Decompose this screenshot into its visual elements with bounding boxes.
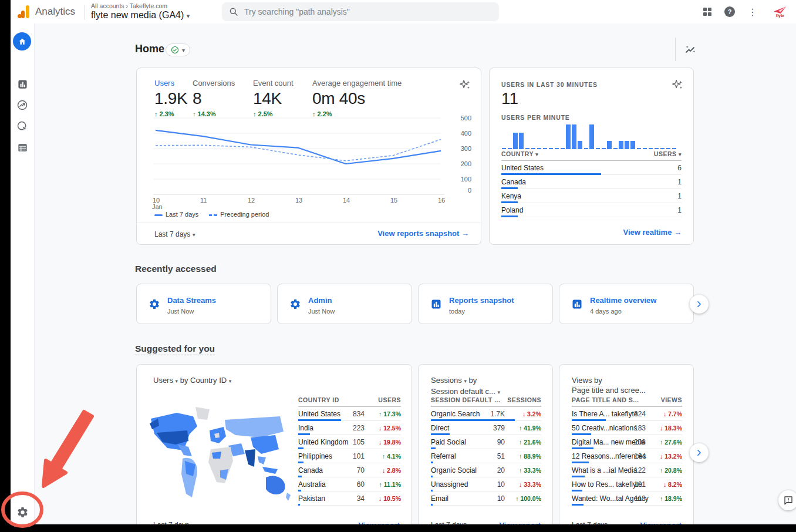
view-realtime-link[interactable]: View realtime →: [623, 228, 682, 237]
nav-explore[interactable]: [15, 98, 29, 112]
table-row[interactable]: Paid Social90↑ 21.6%: [431, 435, 541, 449]
table-row[interactable]: United States6: [501, 161, 682, 175]
table-row[interactable]: Poland1: [501, 203, 682, 217]
minute-bar-slot: [554, 148, 559, 149]
table-row[interactable]: 50 Creativ...nications183↓ 18.3%: [572, 421, 682, 435]
users-column-header[interactable]: USERS ▾: [654, 150, 682, 157]
table-header: PAGE TITLE AND S...VIEWS: [572, 396, 682, 407]
report-status-badge[interactable]: ▾: [166, 43, 190, 56]
date-range-selector[interactable]: Last 7 days ▾: [154, 230, 195, 238]
table-row[interactable]: Organic Search1.7K↓ 3.2%: [431, 407, 541, 421]
table-row[interactable]: How to Res... takeflyte101↓ 8.2%: [572, 477, 682, 491]
analytics-wordmark[interactable]: Analytics: [35, 6, 75, 18]
nav-home-active[interactable]: [13, 32, 31, 50]
change-percent: ↑ 33.3%: [519, 467, 541, 474]
recent-card-label: Reports snapshot: [449, 296, 514, 305]
metric-value: 101: [622, 480, 646, 489]
x-tick-label: 12: [248, 197, 255, 204]
country-name: Canada: [501, 178, 526, 186]
change-percent: ↑ 27.6%: [660, 439, 682, 446]
table-row[interactable]: Organic Social20↑ 33.3%: [431, 463, 541, 477]
card-title[interactable]: Users ▾ by Country ID ▾: [153, 375, 231, 386]
table-row[interactable]: Unassigned10↓ 33.3%: [431, 477, 541, 491]
breadcrumb[interactable]: All accounts › Takeflyte.com: [91, 2, 167, 9]
account-avatar[interactable]: flyte: [770, 6, 790, 18]
help-icon[interactable]: ?: [724, 6, 735, 17]
nav-reports[interactable]: [15, 77, 29, 91]
minute-bar: [513, 133, 518, 149]
card-title[interactable]: Sessions ▾ by Session default c... ▾: [431, 375, 500, 398]
table-row[interactable]: Canada70↓ 2.8%: [298, 463, 401, 477]
x-tick-label: 15: [390, 197, 397, 204]
table-row[interactable]: Philippines101↑ 4.1%: [298, 449, 401, 463]
table-row[interactable]: 12 Reasons...nferences164↓ 13.2%: [572, 449, 682, 463]
table-row[interactable]: Direct379↑ 41.9%: [431, 421, 541, 435]
solid-line-swatch: [154, 214, 163, 216]
minute-empty-dash: [643, 148, 647, 149]
search-input[interactable]: Try searching "path analysis": [222, 2, 499, 21]
more-options-icon[interactable]: ⋮: [748, 6, 757, 18]
y-tick-label: 300: [461, 145, 471, 152]
minute-empty-dash: [602, 148, 606, 149]
minute-bar: [578, 141, 582, 149]
table-row[interactable]: United Kingdom105↓ 19.8%: [298, 435, 401, 449]
table-row[interactable]: Australia60↑ 11.1%: [298, 477, 401, 491]
recent-card-data-streams[interactable]: Data StreamsJust Now: [136, 284, 271, 324]
chevron-down-icon: ▾: [176, 378, 178, 384]
table-row[interactable]: Referral51↑ 88.9%: [431, 449, 541, 463]
sparkle-insights-icon[interactable]: [671, 79, 684, 94]
table-row[interactable]: Digital Ma... new media208↑ 27.6%: [572, 435, 682, 449]
scroll-right-button[interactable]: [690, 295, 709, 314]
recent-card-reports-snapshot[interactable]: Reports snapshottoday: [418, 284, 553, 324]
recent-card-admin[interactable]: AdminJust Now: [277, 284, 412, 324]
table-row[interactable]: Kenya1: [501, 189, 682, 203]
metric-average-engagement-time[interactable]: Average engagement time0m 40s↑ 2.2%: [312, 79, 453, 117]
sparkle-insights-icon[interactable]: [458, 79, 471, 94]
table-row[interactable]: Email10↑ 100.0%: [431, 491, 541, 506]
analytics-logo-icon[interactable]: [18, 5, 31, 18]
chevron-down-icon: ▾: [535, 151, 538, 157]
metric-value: 379: [481, 424, 505, 432]
country-column-header[interactable]: COUNTRY ▾: [501, 150, 538, 157]
change-percent: ↓ 19.8%: [379, 439, 401, 446]
nav-advertising[interactable]: [15, 119, 29, 133]
feedback-button[interactable]: [778, 490, 796, 510]
insights-icon[interactable]: [683, 43, 697, 57]
view-reports-snapshot-link[interactable]: View reports snapshot →: [377, 229, 469, 238]
change-percent: ↑ 20.8%: [660, 467, 682, 474]
apps-grid-icon[interactable]: [703, 8, 711, 16]
table-row[interactable]: Is There A... takeflyte324↓ 7.7%: [572, 407, 682, 421]
minute-empty-dash: [508, 148, 512, 149]
search-placeholder: Try searching "path analysis": [244, 7, 350, 16]
metric-users[interactable]: Users1.9K↑ 2.3%: [154, 79, 193, 117]
recent-card-realtime-overview[interactable]: Realtime overview4 days ago: [559, 284, 694, 324]
table-row[interactable]: United States834↑ 17.3%: [298, 407, 401, 421]
table-row[interactable]: Wanted: Wo...tal Agency113↑ 18.9%: [572, 491, 682, 506]
recent-card-timestamp: Just Now: [167, 308, 194, 315]
table-row[interactable]: Canada1: [501, 175, 682, 189]
table-row[interactable]: India223↓ 12.5%: [298, 421, 401, 435]
breadcrumb-site[interactable]: Takeflyte.com: [130, 2, 167, 9]
country-name: Kenya: [501, 192, 521, 200]
top-app-bar: Analytics All accounts › Takeflyte.com f…: [11, 0, 796, 23]
change-percent: ↑ 18.9%: [660, 495, 682, 502]
dimension-name: Organic Social: [431, 466, 477, 474]
nav-admin-gear[interactable]: [15, 505, 29, 519]
table-row[interactable]: Pakistan34↓ 10.5%: [298, 491, 401, 506]
minute-bar-slot: [513, 133, 518, 149]
table-row[interactable]: What is a ...ial Media122↑ 20.8%: [572, 463, 682, 477]
breadcrumb-account[interactable]: All accounts: [91, 2, 124, 9]
metric-conversions[interactable]: Conversions8↑ 14.3%: [193, 79, 253, 117]
change-percent: ↑ 100.0%: [515, 495, 541, 502]
minute-bar-slot: [566, 124, 571, 149]
nav-configure[interactable]: [15, 140, 29, 154]
card-title[interactable]: Views by Page title and scree...: [572, 375, 646, 395]
minute-bar-slot: [525, 148, 529, 149]
change-percent: ↓ 18.3%: [660, 425, 682, 432]
minute-bar-slot: [601, 148, 606, 149]
dimension-name: Unassigned: [431, 480, 468, 489]
property-selector[interactable]: flyte new media (GA4) ▾: [91, 10, 190, 21]
realtime-title: USERS IN LAST 30 MINUTES: [501, 81, 598, 88]
metric-event-count[interactable]: Event count14K↑ 2.5%: [253, 79, 312, 117]
scroll-right-button[interactable]: [690, 443, 709, 462]
